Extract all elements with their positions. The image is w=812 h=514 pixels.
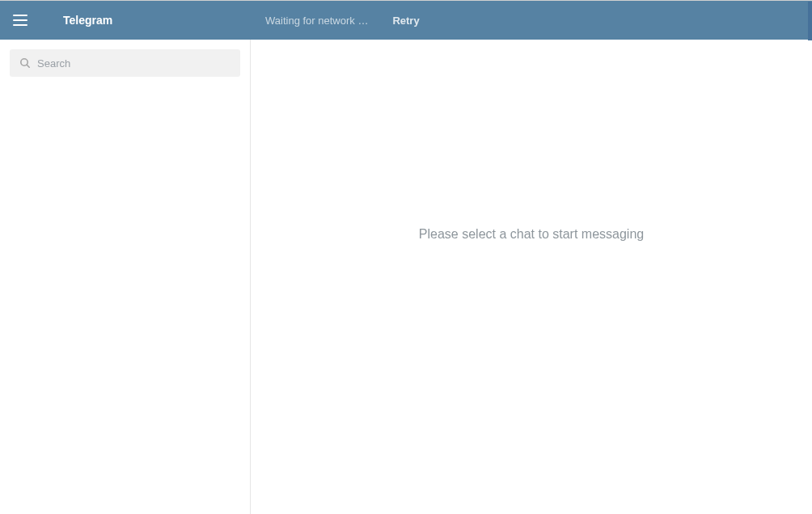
- main-area: Please select a chat to start messaging: [251, 40, 812, 514]
- svg-line-1: [27, 65, 29, 67]
- app-header: Telegram Waiting for network … Retry: [0, 1, 812, 40]
- search-box[interactable]: [10, 49, 240, 77]
- empty-chat-message: Please select a chat to start messaging: [419, 227, 644, 242]
- sidebar: [0, 40, 251, 514]
- retry-button[interactable]: Retry: [392, 15, 419, 27]
- network-status-text: Waiting for network …: [265, 15, 368, 27]
- header-status: Waiting for network … Retry: [265, 15, 420, 27]
- header-right-edge: [808, 2, 812, 40]
- search-icon: [19, 57, 31, 69]
- app-title: Telegram: [63, 14, 112, 27]
- hamburger-icon: [13, 15, 27, 26]
- search-input[interactable]: [37, 57, 230, 70]
- body-layout: Please select a chat to start messaging: [0, 40, 812, 514]
- menu-button[interactable]: [0, 1, 40, 40]
